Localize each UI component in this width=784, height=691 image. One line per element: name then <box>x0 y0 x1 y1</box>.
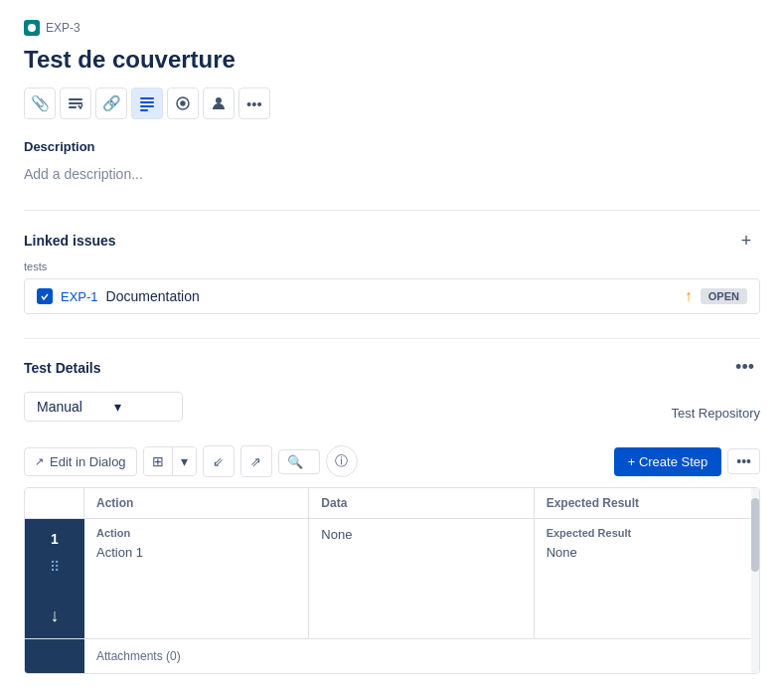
svg-rect-3 <box>69 106 77 108</box>
steps-table-header: Action Data Expected Result <box>25 488 759 519</box>
page-container: EXP-3 Test de couverture 📎 🔗 ••• Descrip… <box>0 0 784 691</box>
svg-point-0 <box>28 24 36 32</box>
svg-rect-4 <box>140 97 154 99</box>
step-number: 1 <box>51 531 59 547</box>
view-toggle: ⊞ ▾ <box>143 446 197 476</box>
linked-issues-title: Linked issues <box>24 233 116 249</box>
link-button[interactable]: 🔗 <box>95 87 127 119</box>
attachments-cell[interactable]: Attachments (0) <box>84 639 759 673</box>
description-input[interactable]: Add a description... <box>24 162 760 186</box>
search-box: 🔍 <box>278 449 320 474</box>
grid-view-chevron[interactable]: ▾ <box>173 447 196 475</box>
more-toolbar-button[interactable]: ••• <box>238 87 270 119</box>
steps-more-button[interactable]: ••• <box>727 448 760 474</box>
test-repository-link[interactable]: Test Repository <box>671 406 760 421</box>
data-header: Data <box>309 488 534 518</box>
linked-issue-row: EXP-1 Documentation ↑ OPEN <box>24 278 760 314</box>
create-step-button[interactable]: + Create Step <box>614 447 722 476</box>
steps-table: Action Data Expected Result 1 ⠿ ↓ Action… <box>24 487 760 674</box>
test-toolbar: ↗ Edit in Dialog ⊞ ▾ ⇙ ⇗ 🔍 ⓘ + Create St… <box>24 445 760 477</box>
test-details-header: Test Details ••• <box>24 355 760 380</box>
svg-rect-7 <box>140 109 148 111</box>
circle-button[interactable] <box>167 87 199 119</box>
issue-key[interactable]: EXP-1 <box>61 289 98 304</box>
issue-id-row: EXP-3 <box>24 20 760 36</box>
info-button[interactable]: ⓘ <box>326 445 358 477</box>
edit-in-dialog-label: Edit in Dialog <box>50 454 126 469</box>
attachment-button[interactable]: 📎 <box>24 87 56 119</box>
svg-point-10 <box>216 97 222 103</box>
step-expected-cell[interactable]: Expected Result None <box>535 519 759 638</box>
expected-result-header: Expected Result <box>535 488 759 518</box>
add-linked-issue-button[interactable]: + <box>732 227 760 255</box>
step-num-header <box>25 488 84 518</box>
grid-view-button[interactable]: ⊞ <box>144 447 173 475</box>
collapse-button[interactable]: ⇙ <box>203 445 235 477</box>
svg-rect-1 <box>69 98 82 100</box>
step-num-cell: 1 ⠿ ↓ <box>25 519 84 638</box>
test-details-more-button[interactable]: ••• <box>729 355 760 380</box>
step-arrow-down-icon[interactable]: ↓ <box>51 605 60 626</box>
tests-label: tests <box>24 260 760 272</box>
page-title: Test de couverture <box>24 46 760 74</box>
divider-2 <box>24 338 760 339</box>
step-action-value: Action 1 <box>96 545 296 560</box>
test-details-title: Test Details <box>24 360 101 376</box>
test-type-value: Manual <box>37 399 82 415</box>
scrollbar[interactable] <box>751 488 759 673</box>
expected-result-column-label: Expected Result <box>547 527 747 539</box>
svg-rect-5 <box>140 101 154 103</box>
action-column-label: Action <box>96 527 296 539</box>
step-expected-value: None <box>547 545 747 560</box>
svg-rect-2 <box>69 102 82 104</box>
step-data-cell[interactable]: None <box>309 519 534 638</box>
expand-button[interactable]: ⇗ <box>240 445 272 477</box>
divider-1 <box>24 210 760 211</box>
issue-status-badge: OPEN <box>701 288 747 304</box>
chevron-down-icon: ▾ <box>114 399 121 415</box>
person-button[interactable] <box>203 87 235 119</box>
step-drag-icon: ⠿ <box>50 559 60 575</box>
page-toolbar: 📎 🔗 ••• <box>24 87 760 119</box>
issue-checkbox-icon <box>37 288 53 304</box>
step-row-1: 1 ⠿ ↓ Action Action 1 None Expected Resu… <box>25 519 759 638</box>
step-action-cell[interactable]: Action Action 1 <box>84 519 309 638</box>
attachments-label: Attachments (0) <box>96 649 181 663</box>
description-section: Description Add a description... <box>24 139 760 186</box>
svg-rect-6 <box>140 105 154 107</box>
action-header: Action <box>84 488 309 518</box>
scrollbar-thumb <box>751 498 759 572</box>
edit-in-dialog-button[interactable]: ↗ Edit in Dialog <box>24 447 137 476</box>
step-data-value: None <box>321 527 521 542</box>
list-button[interactable] <box>131 87 163 119</box>
issue-name: Documentation <box>106 288 677 304</box>
external-link-icon: ↗ <box>35 455 44 468</box>
priority-icon: ↑ <box>685 287 693 305</box>
attachments-num-cell <box>25 639 84 673</box>
search-icon: 🔍 <box>287 454 303 469</box>
test-type-select[interactable]: Manual ▾ <box>24 392 183 422</box>
linked-issues-header: Linked issues + <box>24 227 760 255</box>
linked-issues-section: Linked issues + tests EXP-1 Documentatio… <box>24 227 760 314</box>
issue-id-label: EXP-3 <box>46 21 80 35</box>
test-details-section: Test Details ••• Manual ▾ Test Repositor… <box>24 355 760 674</box>
svg-point-9 <box>181 101 185 105</box>
description-label: Description <box>24 139 760 154</box>
attachments-row: Attachments (0) <box>25 638 759 673</box>
issue-type-icon <box>24 20 40 36</box>
checklist-button[interactable] <box>60 87 91 119</box>
